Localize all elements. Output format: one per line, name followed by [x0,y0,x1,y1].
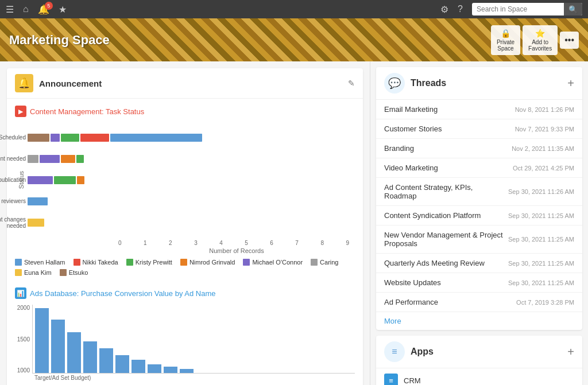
legend-item: Nimrod Grinvald [180,259,235,266]
chart1-link-icon: ▶ [15,106,26,117]
x-tick: 1 [144,240,147,246]
bar-row-3: Content in review by reviewers [28,195,355,208]
thread-date: Oct 7, 2019 3:28 PM [516,299,574,306]
thread-item-8[interactable]: Website Updates Sep 30, 2021 11:25 AM [376,273,582,293]
app-name-crm: CRM [404,376,421,385]
vbar [35,308,49,373]
legend-color [126,259,133,266]
legend-color [15,259,22,266]
help-icon[interactable]: ? [458,4,463,14]
vbar [164,367,177,373]
thread-name: Email Marketing [384,105,438,114]
bar-seg [54,176,76,184]
bar-label-2: Approved: ready for publication [0,177,26,184]
thread-date: Sep 30, 2021 11:25 AM [508,279,574,286]
threads-header: 💬 Threads + [376,67,582,100]
bell-icon[interactable]: 🔔 5 [38,4,49,15]
vbar-container [32,305,355,374]
bar-seg [61,134,79,142]
thread-item-3[interactable]: Video Marketing Oct 29, 2021 4:25 PM [376,158,582,178]
apps-title: Apps [411,347,567,357]
bar-seg [51,134,60,142]
thread-name: Ad Content Strategy, KPIs, Roadmap [384,183,504,200]
home-icon[interactable]: ⌂ [23,4,29,14]
top-navigation: ☰ ⌂ 🔔 5 ★ ⚙ ? 🔍 [0,0,588,18]
thread-name: Content Syndication Platform [384,211,481,220]
vbar [115,355,129,373]
chart2-link-icon: 📊 [15,287,26,299]
bar-seg [28,134,49,142]
add-thread-button[interactable]: + [567,77,574,90]
bar-label-1: New content needed [0,155,26,162]
announcement-title: Announcement [39,79,348,88]
threads-icon: 💬 [384,73,405,94]
thread-item-0[interactable]: Email Marketing Nov 8, 2021 1:26 PM [376,100,582,119]
header-banner: Marketing Space 🔒 Private Space ⭐ Add to… [0,18,588,61]
announcement-icon: 🔔 [15,74,33,92]
bar-seg [77,176,84,184]
chart1-legend: Steven Hallam Nikki Takeda Kristy Prewit… [15,254,355,281]
x-tick: 9 [346,240,349,246]
vbar [51,320,65,373]
page-title: Marketing Space [9,33,110,48]
x-axis-ticks: 0 1 2 3 4 5 6 7 8 9 [15,240,355,246]
x-tick: 5 [245,240,248,246]
legend-item: Nikki Takeda [74,259,118,266]
thread-item-1[interactable]: Customer Stories Nov 7, 2021 9:33 PM [376,119,582,139]
bar-row-4: Not Approved: content changes needed [28,216,355,229]
search-button[interactable]: 🔍 [564,3,582,15]
legend-color [60,269,67,276]
legend-color [74,259,80,266]
add-favorites-button[interactable]: ⭐ Add to Favorites [523,25,558,55]
left-panel: 🔔 Announcement ✎ ▶ Content Management: T… [0,61,370,385]
more-threads-link[interactable]: More [376,312,582,330]
threads-list: Email Marketing Nov 8, 2021 1:26 PM Cust… [376,100,582,312]
x-tick: 8 [320,240,324,246]
chart1-section: ▶ Content Management: Task Status Status [7,99,363,287]
announcement-header: 🔔 Announcement ✎ [7,68,363,99]
thread-item-5[interactable]: Content Syndication Platform Sep 30, 202… [376,206,582,225]
app-item-crm[interactable]: ≡ CRM [376,368,582,385]
thread-date: Sep 30, 2021 11:25 AM [508,236,574,243]
add-app-button[interactable]: + [567,345,574,359]
legend-item: Caring [311,259,338,266]
legend-item: Michael O'Connor [243,259,303,266]
hamburger-icon[interactable]: ☰ [6,4,14,15]
chart2-container: 2000 1500 1000 [15,305,355,374]
thread-item-2[interactable]: Branding Nov 2, 2021 11:35 AM [376,139,582,158]
thread-date: Nov 7, 2021 9:33 PM [515,126,574,133]
chart1-link[interactable]: ▶ Content Management: Task Status [15,106,355,117]
thread-date: Oct 29, 2021 4:25 PM [513,165,574,172]
x-tick: 4 [219,240,223,246]
header-actions: 🔒 Private Space ⭐ Add to Favorites ••• [491,25,579,55]
vbar [99,348,113,373]
threads-section: 💬 Threads + Email Marketing Nov 8, 2021 … [376,67,582,330]
legend-item: Euna Kim [15,269,52,276]
legend-color [243,259,250,266]
bar-seg [110,134,202,142]
edit-icon[interactable]: ✎ [348,79,355,88]
legend-color [311,259,318,266]
chart2-y-label: Target/Ad Set Budget) [15,375,355,381]
apps-icon: ≡ [384,341,405,362]
star-icon[interactable]: ★ [59,4,67,15]
search-input[interactable] [472,5,564,13]
thread-date: Sep 30, 2021 11:25 AM [508,260,574,267]
right-panel: 💬 Threads + Email Marketing Nov 8, 2021 … [370,61,588,385]
gear-icon[interactable]: ⚙ [440,4,448,15]
x-axis-title: Number of Records [15,247,355,254]
bar-seg [61,155,75,163]
thread-item-7[interactable]: Quarterly Ads Meeting Review Sep 30, 202… [376,254,582,273]
thread-date: Sep 30, 2021 11:25 AM [508,212,574,219]
crm-icon: ≡ [384,374,398,385]
thread-item-6[interactable]: New Vendor Management & Project Proposal… [376,225,582,254]
legend-item: Etsuko [60,269,88,276]
vbar [180,369,194,373]
chart2-link[interactable]: 📊 Ads Database: Purchase Conversion Valu… [15,287,355,299]
private-space-button[interactable]: 🔒 Private Space [491,25,520,55]
thread-item-4[interactable]: Ad Content Strategy, KPIs, Roadmap Sep 3… [376,178,582,206]
thread-item-9[interactable]: Ad Performance Oct 7, 2019 3:28 PM [376,293,582,312]
more-options-button[interactable]: ••• [560,32,579,49]
chart2-section: 📊 Ads Database: Purchase Conversion Valu… [7,287,363,385]
apps-header: ≡ Apps + [376,336,582,368]
